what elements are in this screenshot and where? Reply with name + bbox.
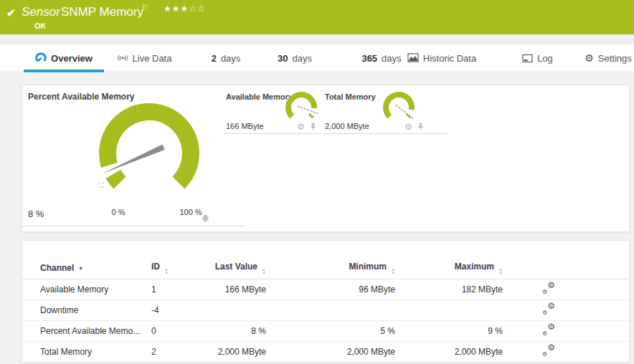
cell-minimum: 96 MByte (266, 279, 395, 300)
status-check-icon: ✔ (6, 6, 16, 19)
cell-channel: Downtime (22, 300, 151, 320)
gauges-panel: Percent Available Memory 0 % 100 % 8 % ⚙… (22, 85, 630, 232)
column-label: Minimum (349, 262, 387, 272)
column-label: Channel (40, 263, 74, 273)
edit-channel-gears-icon[interactable]: ⚙⚙ (542, 345, 555, 356)
cell-last-value: 2,000 MByte (194, 341, 266, 362)
mini-gauge-value: 2,000 MByte (325, 122, 369, 130)
tab-2-days[interactable]: 2 days (204, 44, 247, 72)
main-gauge-block: Percent Available Memory 0 % 100 % 8 % ⚙ (22, 85, 245, 226)
cell-minimum (266, 300, 395, 320)
pin-icon[interactable] (417, 123, 425, 131)
log-window-icon (521, 52, 533, 64)
gauge-toolbar: ⚙ (297, 123, 317, 131)
gear-icon[interactable]: ⚙ (297, 123, 305, 131)
historic-chart-icon (407, 52, 419, 64)
priority-stars[interactable]: ★★★☆☆ (164, 4, 206, 14)
table-row[interactable]: Percent Available Memo... 0 8 % 5 % 9 % … (22, 320, 629, 341)
gauge-marker-dots (99, 183, 104, 188)
column-header-id[interactable]: ID▲▼ (151, 258, 194, 279)
cell-channel: Available Memory (22, 279, 151, 300)
sort-icon: ▲▼ (498, 268, 503, 275)
edit-channel-gears-icon[interactable]: ⚙⚙ (542, 282, 555, 294)
main-gauge-chart (22, 85, 245, 226)
mini-gauge-title: Total Memory (325, 92, 376, 101)
tab-30-days[interactable]: 30 days (271, 44, 318, 72)
tab-label: Settings (598, 53, 632, 64)
column-header-channel[interactable]: Channel▼ (22, 258, 151, 279)
cell-last-value (194, 300, 266, 320)
header-gap-strip (0, 34, 634, 44)
sort-icon: ▲▼ (164, 268, 169, 275)
cell-id: 0 (151, 320, 194, 341)
column-header-maximum[interactable]: Maximum▲▼ (395, 258, 503, 279)
cell-channel: Total Memory (22, 341, 151, 362)
cell-channel: Percent Available Memo... (22, 320, 151, 341)
cell-maximum (395, 300, 503, 320)
cell-maximum: 2,000 MByte (395, 341, 503, 362)
gauge-scale-min: 0 % (106, 208, 131, 216)
sort-desc-icon: ▼ (78, 266, 83, 271)
column-label: Last Value (215, 262, 257, 272)
tab-day-count: 365 (361, 53, 377, 64)
cell-minimum: 2,000 MByte (266, 341, 395, 362)
tab-label: Historic Data (423, 53, 476, 64)
gauge-icon (35, 52, 47, 64)
cell-maximum: 182 MByte (395, 279, 503, 300)
priority-flag-icon[interactable]: ⚐ (141, 3, 148, 12)
tab-log[interactable]: Log (518, 44, 557, 72)
mini-gauge-available-memory: Available Memory 166 MByte ⚙ (224, 90, 320, 134)
live-data-icon (117, 52, 128, 64)
table-row[interactable]: Downtime -4 ⚙⚙ (22, 300, 629, 320)
column-header-minimum[interactable]: Minimum▲▼ (266, 258, 395, 279)
tab-label: Live Data (133, 53, 172, 64)
channels-table-panel: Channel▼ ID▲▼ Last Value▲▼ Minimum▲▼ Max… (22, 240, 630, 363)
page-title: SNMP Memory (61, 5, 143, 19)
tab-overview[interactable]: Overview (24, 44, 104, 72)
tab-label: days (221, 53, 240, 64)
sort-icon: ▲▼ (391, 268, 395, 275)
tab-day-count: 30 (278, 53, 288, 64)
column-header-last-value[interactable]: Last Value▲▼ (194, 258, 266, 279)
tab-settings[interactable]: ⚙ Settings (582, 44, 634, 72)
table-row[interactable]: Total Memory 2 2,000 MByte 2,000 MByte 2… (22, 341, 629, 362)
gauge-toolbar: ⚙ (404, 123, 425, 131)
pin-icon[interactable] (202, 214, 209, 223)
mini-gauge-value: 166 MByte (226, 122, 264, 130)
column-label: Maximum (455, 262, 494, 272)
table-header-row: Channel▼ ID▲▼ Last Value▲▼ Minimum▲▼ Max… (22, 258, 629, 279)
status-badge: OK (34, 21, 47, 30)
tab-label: Overview (51, 53, 93, 64)
column-label: ID (151, 262, 160, 272)
sort-icon: ▲▼ (262, 268, 266, 275)
gear-icon[interactable]: ⚙ (404, 123, 412, 131)
tab-label: days (293, 53, 312, 64)
mini-gauge-total-memory: Total Memory 2,000 MByte ⚙ (323, 90, 447, 134)
table-row[interactable]: Available Memory 1 166 MByte 96 MByte 18… (22, 279, 629, 300)
channels-table: Channel▼ ID▲▼ Last Value▲▼ Minimum▲▼ Max… (22, 258, 629, 363)
cell-id: -4 (151, 300, 194, 320)
tab-label: Log (537, 53, 553, 64)
sensor-header: ✔ Sensor SNMP Memory ⚐ ★★★☆☆ OK (0, 0, 634, 34)
object-kind-label: Sensor (22, 5, 60, 19)
gear-icon: ⚙ (585, 52, 594, 64)
cell-minimum: 5 % (266, 320, 395, 341)
tab-live-data[interactable]: Live Data (115, 44, 174, 72)
main-gauge-value: 8 % (28, 209, 44, 219)
mini-gauge-chart (379, 90, 419, 127)
pin-icon[interactable] (309, 123, 317, 131)
cell-last-value: 166 MByte (194, 279, 266, 300)
edit-channel-gears-icon[interactable]: ⚙⚙ (542, 324, 555, 335)
tab-bar: Overview Live Data 2 days 30 days 365 da… (0, 44, 634, 73)
tab-day-count: 2 (212, 53, 217, 64)
cell-id: 1 (151, 279, 194, 300)
cell-last-value: 8 % (194, 320, 266, 341)
gauge-toolbar: ⚙ (202, 214, 209, 223)
edit-channel-gears-icon[interactable]: ⚙⚙ (542, 303, 555, 315)
cell-maximum: 9 % (395, 320, 503, 341)
cell-id: 2 (151, 341, 194, 362)
tab-historic-data[interactable]: Historic Data (399, 44, 485, 72)
